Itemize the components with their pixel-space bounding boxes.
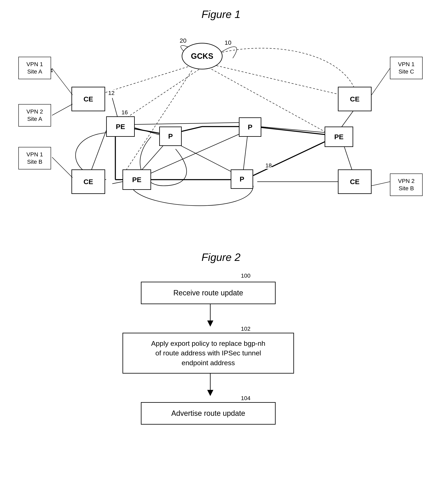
label-100: 100: [241, 272, 251, 279]
vpn1-siteB: VPN 1Site B: [18, 147, 51, 169]
label-10: 10: [224, 39, 231, 46]
svg-line-28: [52, 157, 73, 178]
label-104: 104: [241, 395, 251, 401]
flow-box-3: Advertise route update: [141, 402, 276, 425]
svg-line-25: [243, 131, 248, 174]
svg-line-19: [131, 126, 159, 135]
arrow2-svg: [204, 374, 216, 398]
pe-right: PE: [325, 126, 353, 147]
svg-line-3: [208, 67, 327, 133]
vpn2-siteB: VPN 2Site B: [390, 174, 423, 196]
ce-topright: CE: [338, 87, 371, 111]
svg-line-12: [253, 141, 327, 176]
svg-line-2: [123, 67, 202, 120]
figure1-container: GCKS 20 10 CE 12 14 CE CE CE PE 16: [8, 27, 434, 227]
svg-line-30: [371, 182, 390, 186]
figure2-container: 100 Receive route update 102 Apply expor…: [8, 270, 434, 453]
p-center: P: [239, 117, 261, 137]
svg-line-23: [259, 126, 327, 133]
pe-left: PE: [106, 116, 135, 137]
svg-marker-34: [207, 390, 213, 396]
flow-box-2: Apply export policy to replace bgp-nh of…: [123, 333, 294, 374]
p-bottom: P: [231, 169, 253, 189]
label-18: 18: [265, 162, 272, 169]
gcks-node: GCKS: [182, 43, 222, 69]
svg-line-29: [371, 68, 390, 95]
svg-line-20: [131, 123, 243, 125]
vpn1-siteA: VPN 1Site A: [18, 57, 51, 79]
figure1-title: Figure 1: [8, 8, 434, 20]
vpn2-siteA: VPN 2Site A: [18, 104, 51, 126]
vpn1-siteC: VPN 1Site C: [390, 57, 423, 79]
ce-topleft: CE: [72, 87, 105, 111]
svg-line-1: [202, 62, 354, 98]
p-centerleft: P: [159, 126, 182, 146]
page-container: Figure 1: [0, 0, 442, 504]
svg-line-8: [253, 126, 327, 135]
ce-bottomleft: CE: [72, 169, 105, 194]
svg-line-22: [171, 141, 239, 176]
label-12: 12: [108, 90, 114, 96]
pe-bottom: PE: [123, 169, 151, 190]
label-16: 16: [121, 109, 128, 116]
svg-marker-32: [207, 321, 213, 327]
arrow1-svg: [204, 304, 216, 329]
figure2-title: Figure 2: [8, 251, 434, 263]
svg-line-27: [52, 104, 73, 115]
svg-line-26: [52, 68, 73, 95]
ce-bottomright: CE: [338, 169, 371, 194]
label-20: 20: [180, 37, 186, 44]
svg-line-15: [112, 182, 123, 184]
flow-box-1: Receive route update: [141, 282, 276, 304]
label-102: 102: [241, 325, 251, 332]
